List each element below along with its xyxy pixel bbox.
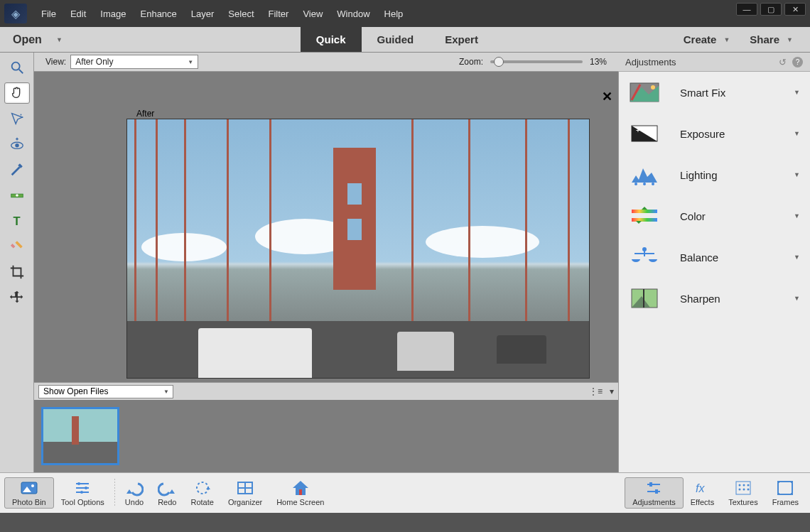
bottombar-photo-bin[interactable]: Photo Bin	[4, 477, 54, 509]
straighten-tool[interactable]	[4, 185, 30, 206]
open-label: Open	[13, 33, 42, 46]
create-label: Create	[684, 33, 717, 45]
share-label: Share	[750, 33, 779, 45]
window-controls: — ▢ ✕	[736, 3, 806, 16]
adjustments-header: Adjustments ↺ ?	[618, 53, 810, 72]
bottombar-textures[interactable]: Textures	[721, 477, 765, 509]
organizer-icon	[236, 479, 254, 496]
svg-point-17	[651, 85, 655, 89]
svg-point-0	[11, 63, 19, 70]
menu-layer[interactable]: Layer	[184, 6, 222, 22]
options-bar: View: After Only Zoom: 13%	[34, 53, 618, 72]
canvas-close-button[interactable]: ✕	[602, 89, 612, 104]
chevron-down-icon: ▼	[794, 254, 800, 261]
zoom-slider-thumb[interactable]	[494, 57, 504, 67]
photo-thumbnail[interactable]	[41, 407, 119, 465]
svg-point-43	[85, 487, 87, 489]
caret-down-icon: ▼	[56, 36, 63, 43]
chevron-down-icon: ▼	[794, 212, 800, 219]
svg-marker-46	[169, 489, 175, 494]
bin-sort-icon[interactable]: ⋮≡	[589, 386, 603, 396]
hand-tool[interactable]	[4, 82, 30, 104]
crop-tool[interactable]	[4, 261, 30, 283]
adjustment-smart-fix[interactable]: Smart Fix▼	[619, 72, 810, 113]
balance-icon	[629, 245, 660, 269]
menu-help[interactable]: Help	[377, 6, 411, 22]
menu-view[interactable]: View	[296, 6, 330, 22]
bottombar-frames[interactable]: Frames	[765, 477, 806, 509]
bottombar-adjustments[interactable]: Adjustments	[625, 477, 684, 509]
toolopts-icon	[73, 479, 92, 496]
open-button[interactable]: Open ▼	[0, 27, 121, 52]
bottombar-tool-options[interactable]: Tool Options	[54, 477, 112, 509]
bottombar-organizer[interactable]: Organizer	[221, 478, 269, 508]
color-icon	[629, 204, 660, 228]
menu-edit[interactable]: Edit	[63, 6, 93, 22]
svg-marker-29	[636, 221, 642, 224]
zoom-slider[interactable]	[490, 60, 583, 63]
maximize-button[interactable]: ▢	[760, 3, 782, 16]
bin-dropdown-value: Show Open Files	[43, 386, 108, 396]
adjustment-sharpen[interactable]: Sharpen▼	[619, 278, 810, 319]
create-button[interactable]: Create▼	[674, 33, 740, 45]
view-dropdown[interactable]: After Only	[70, 55, 198, 69]
reset-icon[interactable]: ↺	[779, 57, 787, 67]
svg-point-24	[643, 183, 646, 185]
menu-window[interactable]: Window	[330, 6, 377, 22]
bin-collapse-icon[interactable]: ▾	[610, 386, 614, 396]
menu-select[interactable]: Select	[221, 6, 261, 22]
svg-rect-69	[777, 493, 779, 495]
menu-file[interactable]: File	[34, 6, 63, 22]
help-icon[interactable]: ?	[792, 57, 803, 67]
bottombar-undo[interactable]: Undo	[118, 478, 151, 508]
adjustment-color[interactable]: Color▼	[619, 195, 810, 237]
adjustments-panel: Smart Fix▼+−Exposure▼Lighting▼Color▼Bala…	[618, 72, 810, 472]
svg-rect-14	[10, 244, 14, 248]
menu-filter[interactable]: Filter	[261, 6, 296, 22]
whiten-teeth-tool[interactable]	[4, 159, 30, 180]
spot-heal-tool[interactable]	[4, 236, 30, 257]
move-tool[interactable]	[4, 287, 30, 308]
svg-point-65	[747, 489, 749, 491]
smartfix-icon	[629, 80, 660, 104]
svg-rect-13	[15, 241, 22, 248]
close-window-button[interactable]: ✕	[784, 3, 806, 16]
canvas-area: ✕ After	[34, 72, 618, 382]
tab-expert[interactable]: Expert	[429, 27, 494, 52]
svg-text:T: T	[13, 215, 20, 227]
svg-rect-53	[299, 489, 302, 495]
bottombar-effects[interactable]: fxEffects	[684, 477, 721, 509]
sharpen-icon	[629, 286, 660, 310]
adjustment-balance[interactable]: Balance▼	[619, 237, 810, 278]
lighting-icon	[629, 163, 660, 187]
bottombar-rotate[interactable]: Rotate	[183, 478, 220, 508]
minimize-button[interactable]: —	[736, 3, 757, 16]
tab-guided[interactable]: Guided	[362, 27, 430, 52]
svg-point-5	[15, 143, 19, 148]
menu-enhance[interactable]: Enhance	[134, 6, 184, 22]
after-label: After	[136, 109, 154, 119]
svg-point-47	[197, 482, 208, 494]
adjustments-title: Adjustments	[625, 57, 676, 67]
svg-rect-56	[649, 482, 652, 487]
svg-rect-26	[632, 210, 657, 213]
frames-icon	[776, 479, 794, 496]
share-button[interactable]: Share▼	[740, 33, 803, 45]
view-label: View:	[45, 57, 66, 67]
caret-down-icon: ▼	[787, 36, 793, 43]
zoom-tool[interactable]	[4, 57, 30, 78]
canvas-image[interactable]	[126, 119, 590, 379]
redeye-tool[interactable]	[4, 134, 30, 155]
bottombar-home-screen[interactable]: Home Screen	[269, 478, 331, 508]
undo-icon	[125, 479, 144, 496]
adjustment-exposure[interactable]: +−Exposure▼	[619, 113, 810, 154]
bin-dropdown[interactable]: Show Open Files	[38, 385, 173, 398]
tab-quick[interactable]: Quick	[301, 27, 362, 52]
menu-image[interactable]: Image	[93, 6, 133, 22]
text-tool[interactable]: T	[4, 210, 30, 232]
adjustment-lighting[interactable]: Lighting▼	[619, 154, 810, 195]
svg-point-3	[21, 116, 23, 118]
app-logo-icon: ◈	[4, 4, 27, 23]
bottombar-redo[interactable]: Redo	[151, 478, 183, 508]
quick-select-tool[interactable]	[4, 108, 30, 129]
